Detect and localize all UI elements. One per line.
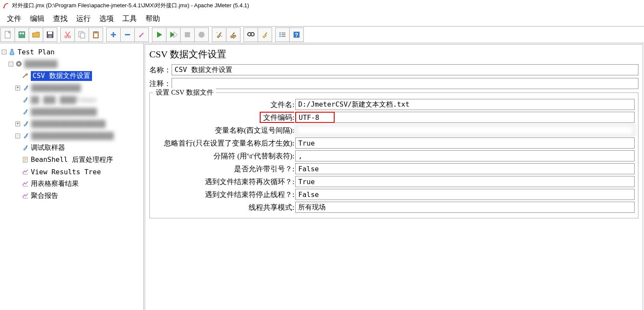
paste-button[interactable] bbox=[89, 27, 103, 42]
svg-point-8 bbox=[65, 36, 67, 38]
clear-button[interactable] bbox=[212, 27, 226, 42]
tree-item-hidden-5[interactable]: - ████████████████████ bbox=[2, 130, 142, 142]
menu-run[interactable]: 运行 bbox=[73, 13, 94, 24]
tree-label-blurred: ████████ bbox=[24, 60, 57, 68]
clear-all-button[interactable] bbox=[226, 27, 240, 42]
start-no-pause-button[interactable] bbox=[166, 27, 181, 42]
tree-label: Test Plan bbox=[18, 48, 55, 56]
delimiter-label: 分隔符 (用'\t'代替制表符): bbox=[153, 151, 295, 161]
svg-rect-6 bbox=[48, 32, 52, 34]
templates-button[interactable] bbox=[15, 27, 29, 42]
dropper-icon bbox=[21, 108, 29, 116]
svg-rect-3 bbox=[20, 33, 21, 34]
dropper-icon bbox=[22, 84, 30, 92]
expand-button[interactable] bbox=[106, 27, 121, 42]
share-select[interactable] bbox=[295, 202, 635, 213]
name-label: 名称： bbox=[149, 65, 172, 75]
tree-panel[interactable]: - Test Plan - ████████ CSV 数据文件设置 + ████… bbox=[0, 43, 144, 310]
encoding-input-ext[interactable] bbox=[335, 112, 635, 123]
tree-aggregate[interactable]: 聚合报告 bbox=[2, 190, 142, 202]
tree-view-results[interactable]: View Results Tree bbox=[2, 166, 142, 178]
tree-label: View Results Tree bbox=[31, 168, 101, 176]
toolbar: ? bbox=[0, 26, 644, 43]
svg-rect-30 bbox=[279, 36, 281, 37]
menu-file[interactable]: 文件 bbox=[3, 13, 25, 24]
dropper-icon bbox=[21, 96, 29, 104]
filename-input[interactable] bbox=[295, 99, 635, 110]
varnames-input[interactable] bbox=[295, 125, 635, 136]
tree-toggle-icon[interactable]: + bbox=[15, 86, 20, 90]
varnames-label: 变量名称(西文逗号间隔): bbox=[153, 125, 295, 135]
tree-toggle-icon[interactable]: - bbox=[15, 134, 20, 138]
tree-item-hidden-2[interactable]: ██ ███ ████Token bbox=[2, 94, 142, 106]
stop-label: 遇到文件结束符停止线程？: bbox=[153, 190, 295, 200]
chart-icon bbox=[21, 180, 29, 188]
tree-item-hidden-4[interactable]: + ██████████████████ bbox=[2, 118, 142, 130]
function-helper-button[interactable] bbox=[275, 27, 290, 42]
encoding-input[interactable] bbox=[295, 112, 335, 123]
tree-item-hidden-1[interactable]: + ████████████ bbox=[2, 82, 142, 94]
stop-button[interactable] bbox=[180, 27, 195, 42]
reset-search-button[interactable] bbox=[258, 27, 272, 42]
csv-group: 设置 CSV 数据文件 文件名: 文件编码: 变量名称(西文逗号间隔): 忽略首… bbox=[149, 92, 638, 218]
wrench-icon bbox=[21, 72, 29, 80]
tree-toggle-icon[interactable]: - bbox=[9, 62, 13, 66]
panel-title: CSV 数据文件设置 bbox=[149, 48, 638, 61]
app-icon bbox=[3, 2, 9, 9]
svg-point-21 bbox=[199, 32, 205, 38]
copy-button[interactable] bbox=[74, 27, 89, 42]
content-panel: CSV 数据文件设置 名称： 注释： 设置 CSV 数据文件 文件名: 文件编码… bbox=[145, 44, 643, 310]
tree-debug-sampler[interactable]: 调试取样器 bbox=[2, 142, 142, 154]
svg-text:?: ? bbox=[295, 32, 298, 38]
tree-label: 聚合报告 bbox=[31, 191, 58, 200]
svg-rect-11 bbox=[80, 33, 85, 38]
dropper-icon bbox=[22, 132, 30, 140]
ignore-first-select[interactable] bbox=[295, 137, 635, 149]
tree-csv-config[interactable]: CSV 数据文件设置 bbox=[2, 70, 142, 82]
tree-toggle-icon[interactable]: + bbox=[15, 122, 20, 126]
cut-button[interactable] bbox=[60, 27, 75, 42]
search-button[interactable] bbox=[243, 27, 258, 42]
toggle-button[interactable] bbox=[134, 27, 149, 42]
recycle-select[interactable] bbox=[295, 176, 635, 187]
main-area: - Test Plan - ████████ CSV 数据文件设置 + ████… bbox=[0, 43, 644, 310]
open-button[interactable] bbox=[29, 27, 43, 42]
svg-rect-13 bbox=[95, 31, 97, 33]
svg-point-23 bbox=[221, 36, 222, 37]
save-button[interactable] bbox=[43, 27, 57, 42]
collapse-button[interactable] bbox=[120, 27, 135, 42]
name-input[interactable] bbox=[172, 64, 638, 75]
help-button[interactable]: ? bbox=[289, 27, 304, 42]
tree-thread-group[interactable]: - ████████ bbox=[2, 58, 142, 70]
group-title: 设置 CSV 数据文件 bbox=[153, 88, 216, 97]
tree-label-blurred: ██ ███ ████Token bbox=[31, 96, 97, 104]
stop-select[interactable] bbox=[295, 189, 635, 200]
menu-edit[interactable]: 编辑 bbox=[27, 13, 48, 24]
quoted-select[interactable] bbox=[295, 163, 635, 174]
svg-rect-7 bbox=[48, 35, 52, 38]
menu-help[interactable]: 帮助 bbox=[142, 13, 163, 24]
svg-point-35 bbox=[18, 63, 20, 65]
svg-point-22 bbox=[217, 32, 217, 33]
tree-label: 调试取样器 bbox=[31, 143, 65, 152]
gear-icon bbox=[15, 60, 23, 68]
tree-item-hidden-3[interactable]: ████████████████ bbox=[2, 106, 142, 118]
svg-rect-31 bbox=[282, 36, 285, 37]
start-button[interactable] bbox=[152, 27, 166, 42]
menu-options[interactable]: 选项 bbox=[96, 13, 117, 24]
menu-tools[interactable]: 工具 bbox=[119, 13, 140, 24]
comment-label: 注释： bbox=[149, 79, 172, 89]
window-title: 对外接口.jmx (D:\Program Files\apache-jmeter… bbox=[12, 2, 249, 9]
svg-rect-27 bbox=[282, 33, 285, 33]
shutdown-button[interactable] bbox=[194, 27, 209, 42]
tree-beanshell[interactable]: BeanShell 后置处理程序 bbox=[2, 154, 142, 166]
tree-toggle-icon[interactable]: - bbox=[2, 50, 6, 54]
new-button[interactable] bbox=[0, 27, 15, 42]
tree-root[interactable]: - Test Plan bbox=[2, 46, 142, 58]
menu-search[interactable]: 查找 bbox=[50, 13, 71, 24]
svg-rect-20 bbox=[185, 32, 190, 37]
delimiter-input[interactable] bbox=[295, 150, 635, 161]
comment-input[interactable] bbox=[172, 78, 638, 89]
recycle-label: 遇到文件结束符再次循环？: bbox=[153, 177, 295, 187]
tree-table-results[interactable]: 用表格察看结果 bbox=[2, 178, 142, 190]
